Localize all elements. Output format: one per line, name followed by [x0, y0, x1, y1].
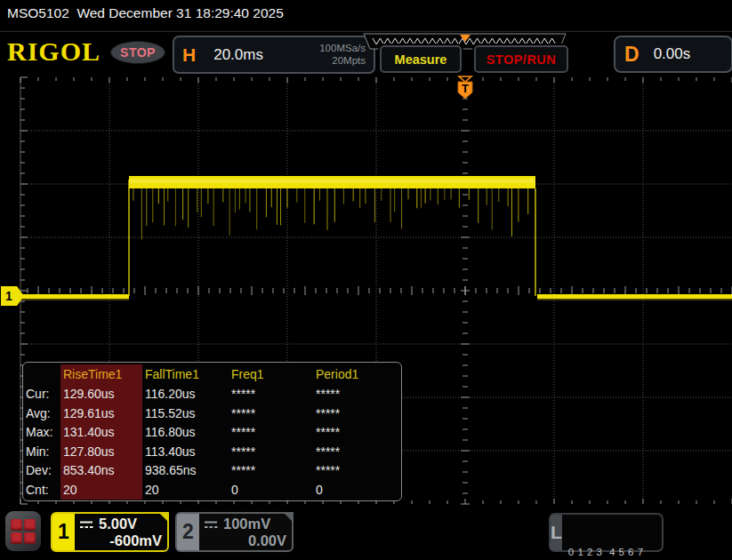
grid-icon [11, 532, 22, 544]
row-label: Cur: [23, 385, 60, 404]
meas-value: 20 [60, 481, 142, 500]
channel2-number: 2 [177, 514, 199, 550]
channel2-scale: 100mV [223, 516, 270, 532]
meas-corner [23, 364, 60, 385]
logic-channel-list: 0 1 2 3 4 5 6 7 8 9 1011 12131415 [562, 515, 664, 550]
meas-value: 116.80us [142, 423, 229, 443]
svg-text:1: 1 [5, 289, 12, 303]
logic-analyzer-label: L [551, 515, 562, 550]
meas-row-min: Min: 127.80us 113.40us ***** ***** [23, 443, 401, 462]
meas-row-avg: Avg: 129.61us 115.52us ***** ***** [23, 404, 401, 424]
grid-icon [24, 519, 36, 531]
meas-value: 938.65ns [142, 461, 229, 481]
meas-value: ***** [313, 385, 398, 404]
meas-col-period[interactable]: Period1 [313, 364, 398, 385]
meas-value: ***** [313, 443, 398, 462]
meas-value: ***** [229, 443, 313, 462]
row-label: Min: [23, 443, 60, 462]
row-label: Cnt: [23, 481, 60, 500]
meas-value: ***** [229, 423, 313, 443]
meas-value: 129.61us [60, 404, 142, 424]
meas-value: 129.60us [60, 385, 142, 404]
meas-value: 853.40ns [60, 461, 142, 481]
meas-value: ***** [313, 461, 398, 481]
meas-value: ***** [229, 404, 313, 424]
meas-value: 20 [142, 481, 229, 500]
dc-coupling-icon [79, 520, 94, 530]
channel2-offset: 0.00V [248, 532, 286, 549]
meas-value: ***** [229, 385, 313, 404]
channel1-offset: -600mV [109, 532, 162, 549]
meas-value: ***** [313, 423, 398, 443]
meas-value: 0 [229, 481, 313, 500]
measurement-table[interactable]: RiseTime1 FallTime1 Freq1 Period1 Cur: 1… [22, 362, 402, 501]
meas-value: 116.20us [142, 385, 229, 404]
meas-value: 131.40us [60, 423, 142, 443]
channel1-number: 1 [52, 514, 75, 550]
measurement-header-row: RiseTime1 FallTime1 Freq1 Period1 [23, 364, 401, 385]
meas-value: 115.52us [142, 404, 229, 424]
meas-row-cnt: Cnt: 20 20 0 0 [23, 481, 401, 500]
meas-row-dev: Dev: 853.40ns 938.65ns ***** ***** [23, 461, 401, 481]
row-label: Max: [23, 423, 60, 443]
meas-col-falltime[interactable]: FallTime1 [142, 364, 229, 385]
meas-row-cur: Cur: 129.60us 116.20us ***** ***** [23, 385, 401, 404]
logic-analyzer-widget[interactable]: L 0 1 2 3 4 5 6 7 8 9 1011 12131415 [549, 513, 664, 552]
dc-coupling-icon [204, 520, 219, 530]
grid-icon [24, 532, 36, 544]
meas-col-risetime[interactable]: RiseTime1 [60, 364, 142, 385]
meas-value: ***** [313, 404, 398, 424]
channel1-widget[interactable]: 1 5.00V -600mV [51, 512, 169, 552]
row-label: Avg: [23, 404, 60, 424]
meas-value: 113.40us [142, 443, 229, 462]
grid-icon [11, 519, 22, 531]
row-label: Dev: [23, 461, 60, 481]
meas-value: 0 [313, 481, 398, 500]
meas-col-freq[interactable]: Freq1 [229, 364, 313, 385]
channel2-widget[interactable]: 2 100mV 0.00V [175, 512, 294, 552]
grid-menu-button[interactable] [5, 511, 41, 551]
oscilloscope-screen: MSO5102 Wed December 31 18:29:40 2025 RI… [0, 0, 732, 560]
meas-value: ***** [229, 461, 313, 481]
channel1-scale: 5.00V [99, 516, 137, 532]
svg-text:T: T [462, 82, 469, 95]
meas-value: 127.80us [60, 443, 142, 462]
meas-row-max: Max: 131.40us 116.80us ***** ***** [23, 423, 401, 443]
logic-row-0-7: 0 1 2 3 4 5 6 7 [568, 546, 664, 559]
